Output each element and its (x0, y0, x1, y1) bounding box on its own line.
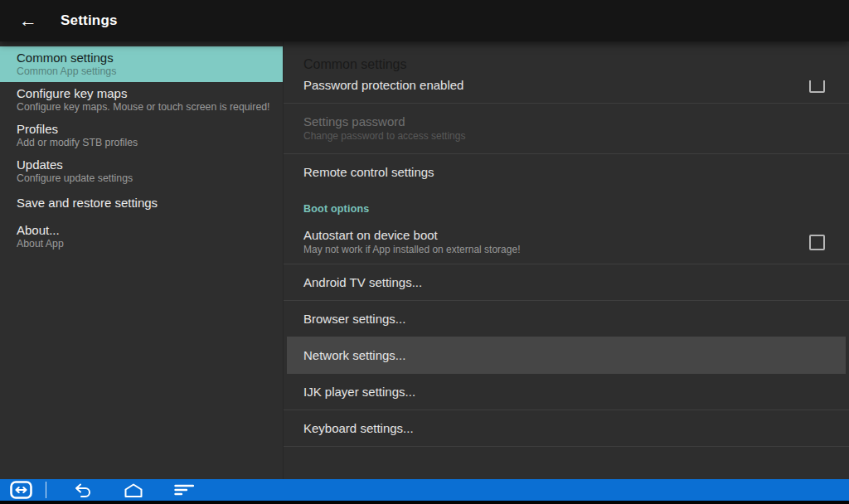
row-autostart-on-boot[interactable]: Autostart on device boot May not work if… (284, 220, 849, 264)
row-title: IJK player settings... (303, 384, 415, 400)
sidebar-item-title: Save and restore settings (17, 196, 266, 211)
row-android-tv-settings[interactable]: Android TV settings... (284, 264, 849, 301)
sidebar-item-title: Configure key maps (17, 86, 266, 101)
row-title: Settings password (303, 114, 465, 129)
sidebar-item-subtitle: Add or modify STB profiles (17, 137, 266, 149)
row-remote-control-settings[interactable]: Remote control settings (284, 154, 849, 190)
row-keyboard-settings[interactable]: Keyboard settings... (284, 410, 849, 447)
nav-recents-icon[interactable] (174, 483, 194, 497)
row-title: Keyboard settings... (303, 420, 414, 436)
sidebar-item-subtitle: Configure update settings (17, 172, 266, 185)
row-browser-settings[interactable]: Browser settings... (284, 301, 849, 337)
teamviewer-icon[interactable] (10, 481, 32, 499)
back-arrow-icon[interactable]: ← (19, 12, 37, 30)
navbar-divider (46, 482, 46, 498)
sidebar-item-title: About... (17, 223, 266, 238)
row-ijk-player-settings[interactable]: IJK player settings... (284, 374, 849, 410)
sidebar-item-configure-key-maps[interactable]: Configure key maps Configure key maps. M… (0, 82, 283, 118)
sidebar-item-subtitle: Configure key maps. Mouse or touch scree… (17, 101, 266, 114)
sidebar-item-title: Common settings (17, 51, 266, 65)
sidebar-item-about[interactable]: About... About App (0, 219, 283, 254)
autostart-checkbox[interactable] (809, 235, 825, 250)
nav-back-icon[interactable] (71, 483, 93, 497)
row-title: Password protection enabled (303, 80, 463, 93)
sidebar-item-title: Profiles (17, 122, 266, 137)
row-title: Remote control settings (303, 164, 434, 180)
row-password-protection[interactable]: Password protection enabled (284, 80, 849, 104)
row-title: Android TV settings... (303, 274, 422, 290)
row-settings-password: Settings password Change password to acc… (284, 104, 849, 154)
sidebar-item-subtitle: About App (17, 238, 266, 250)
row-title: Browser settings... (303, 311, 405, 327)
row-subtitle: May not work if App installed on externa… (303, 243, 520, 257)
sidebar-item-common-settings[interactable]: Common settings Common App settings (0, 46, 283, 82)
settings-content-panel: Common settings Password protection enab… (284, 41, 849, 479)
settings-sidebar: Common settings Common App settings Conf… (0, 41, 284, 479)
sidebar-item-profiles[interactable]: Profiles Add or modify STB profiles (0, 118, 283, 153)
sidebar-item-save-and-restore[interactable]: Save and restore settings (0, 189, 283, 219)
nav-home-icon[interactable] (123, 483, 144, 497)
row-subtitle: Change password to access settings (303, 129, 465, 143)
row-title: Network settings... (303, 347, 405, 363)
section-header-boot-options: Boot options (284, 190, 849, 220)
system-navigation-bar (0, 479, 849, 501)
main-area: Common settings Common App settings Conf… (0, 41, 849, 479)
sidebar-item-subtitle: Common App settings (17, 65, 266, 78)
sidebar-item-title: Updates (17, 158, 266, 172)
screen-bottom-strip (0, 501, 849, 504)
settings-list: Password protection enabled Settings pas… (284, 80, 849, 479)
row-title: Autostart on device boot (303, 227, 520, 243)
content-header: Common settings (284, 41, 849, 80)
row-network-settings[interactable]: Network settings... (287, 337, 846, 374)
sidebar-item-updates[interactable]: Updates Configure update settings (0, 153, 283, 189)
password-protection-checkbox[interactable] (809, 80, 825, 93)
page-title: Settings (61, 12, 118, 29)
top-app-bar: ← Settings (0, 0, 849, 41)
